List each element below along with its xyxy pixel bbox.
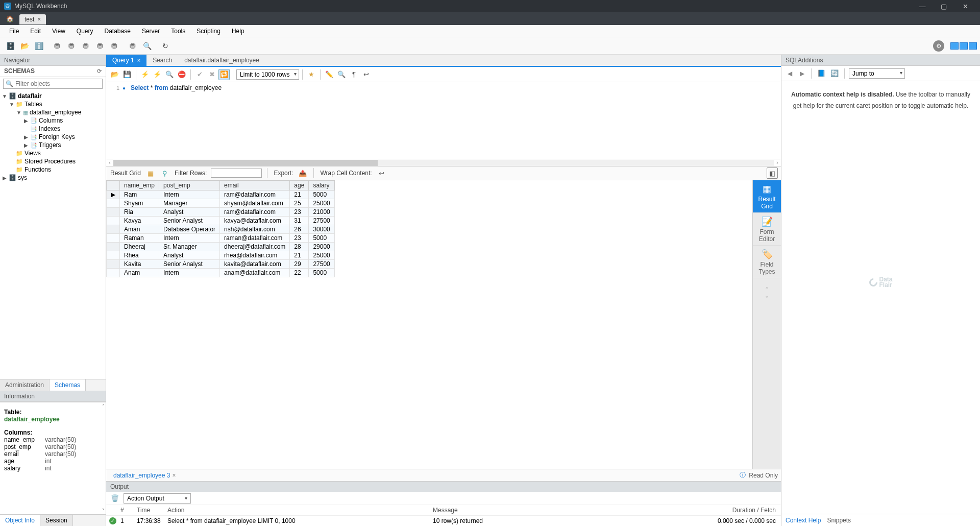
auto-help-icon[interactable]: 🔄 [829, 68, 840, 79]
users-privileges-icon[interactable]: ⛃ [80, 40, 92, 52]
autocommit-icon[interactable]: 🔁 [218, 69, 230, 80]
schema-tree[interactable]: ▼🗄️dataflair ▼📁Tables ▼▦dataflair_employ… [0, 91, 106, 379]
invisible-chars-icon[interactable]: ¶ [348, 69, 359, 80]
result-grid[interactable]: name_emppost_empemailagesalary ▶RamInter… [106, 180, 752, 469]
beautify-icon[interactable]: ✏️ [324, 69, 335, 80]
tree-indexes[interactable]: 📑Indexes [2, 125, 104, 133]
breakpoint-icon[interactable]: ● [122, 85, 128, 91]
tab-context-help[interactable]: Context Help [786, 517, 821, 524]
tree-db-dataflair[interactable]: ▼🗄️dataflair [2, 92, 104, 100]
find-icon[interactable]: 🔍 [336, 69, 347, 80]
refresh-icon[interactable]: ⟳ [97, 68, 102, 75]
help-icon[interactable]: 📘 [816, 68, 827, 79]
column-header[interactable]: post_emp [159, 181, 220, 190]
output-clear-icon[interactable]: 🗑️ [109, 493, 120, 504]
data-import-icon[interactable]: ⛃ [127, 40, 139, 52]
search-objects-icon[interactable]: 🔍 [141, 40, 153, 52]
table-row[interactable]: KavyaSenior Analystkavya@dataflair.com31… [107, 217, 335, 225]
execute-current-icon[interactable]: ⚡ [152, 69, 163, 80]
favorite-icon[interactable]: ★ [306, 69, 317, 80]
save-file-icon[interactable]: 💾 [121, 69, 133, 80]
editor-scrollbar[interactable]: ‹ › [106, 159, 781, 166]
table-row[interactable]: ShyamManagershyam@dataflair.com2525000 [107, 199, 335, 208]
tab-administration[interactable]: Administration [0, 379, 50, 391]
tree-table-employee[interactable]: ▼▦dataflair_employee [2, 108, 104, 116]
panel-mode-icon[interactable]: ◧ [767, 168, 778, 179]
scroll-right-icon[interactable]: › [774, 159, 781, 166]
sql-editor[interactable]: 1 ● Select * from dataflair_employee [106, 82, 781, 159]
scroll-up-icon[interactable]: ˄ [102, 403, 105, 409]
column-header[interactable]: age [290, 181, 309, 190]
column-header[interactable]: email [220, 181, 290, 190]
schema-filter-input[interactable] [15, 80, 100, 87]
table-row[interactable]: AnamInternanam@dataflair.com225000 [107, 269, 335, 277]
tab-snippets[interactable]: Snippets [827, 517, 851, 524]
scroll-left-icon[interactable]: ‹ [106, 159, 113, 166]
sidetab-field-types[interactable]: 🏷️Field Types [753, 246, 781, 278]
tree-stored-procedures[interactable]: 📁Stored Procedures [2, 157, 104, 165]
schema-filter[interactable]: 🔍 [3, 79, 103, 89]
maximize-button[interactable]: ▢ [933, 0, 954, 12]
forward-icon[interactable]: ▶ [797, 68, 807, 79]
open-file-icon[interactable]: 📂 [109, 69, 120, 80]
table-row[interactable]: KavitaSenior Analystkavita@dataflair.com… [107, 260, 335, 269]
connection-tab-test[interactable]: test × [19, 14, 46, 25]
tree-views[interactable]: 📁Views [2, 149, 104, 157]
toggle-bottom-panel-icon[interactable] [960, 42, 968, 50]
wrap-icon[interactable]: ↩ [360, 69, 372, 80]
stop-icon[interactable]: ⛔ [176, 69, 187, 80]
execute-icon[interactable]: ⚡ [139, 69, 151, 80]
sidetab-up-icon[interactable]: ˄ [765, 286, 769, 294]
sidetab-down-icon[interactable]: ˅ [765, 295, 769, 303]
menu-tools[interactable]: Tools [166, 26, 190, 36]
column-header[interactable]: name_emp [120, 181, 159, 190]
rollback-icon[interactable]: ✖ [206, 69, 217, 80]
result-filter-icon[interactable]: ⚲ [159, 168, 170, 179]
menu-scripting[interactable]: Scripting [191, 26, 226, 36]
result-grid-icon[interactable]: ▦ [145, 168, 156, 179]
tab-object-info[interactable]: Object Info [0, 515, 40, 526]
back-icon[interactable]: ◀ [785, 68, 795, 79]
tree-triggers[interactable]: ▶📑Triggers [2, 141, 104, 149]
reconnect-icon[interactable]: ↻ [159, 40, 172, 52]
scroll-down-icon[interactable]: ˅ [102, 508, 105, 513]
toggle-right-panel-icon[interactable] [969, 42, 977, 50]
tab-search[interactable]: Search [146, 55, 178, 66]
export-icon[interactable]: 📤 [297, 168, 308, 179]
menu-view[interactable]: View [47, 26, 70, 36]
menu-database[interactable]: Database [100, 26, 136, 36]
tab-breadcrumb[interactable]: dataflair.dataflair_employee [178, 55, 265, 66]
server-status-icon[interactable]: ⛃ [51, 40, 63, 52]
menu-file[interactable]: File [4, 26, 24, 36]
tree-tables[interactable]: ▼📁Tables [2, 100, 104, 108]
row-limit-dropdown[interactable]: Limit to 1000 rows [236, 69, 299, 80]
table-row[interactable]: AmanDatabase Operatorrish@dataflair.com2… [107, 225, 335, 234]
tree-columns[interactable]: ▶📑Columns [2, 116, 104, 125]
sidetab-result-grid[interactable]: ▦Result Grid [753, 180, 781, 213]
wrap-content-icon[interactable]: ↩ [376, 168, 387, 179]
output-mode-dropdown[interactable]: Action Output [124, 493, 191, 504]
close-icon[interactable]: × [137, 57, 140, 63]
inspector-icon[interactable]: ℹ️ [33, 40, 45, 52]
table-row[interactable]: RamanInternraman@dataflair.com235000 [107, 234, 335, 243]
jump-to-dropdown[interactable]: Jump to [849, 68, 905, 79]
menu-edit[interactable]: Edit [25, 26, 46, 36]
close-button[interactable]: ✕ [954, 0, 976, 12]
close-icon[interactable]: × [172, 472, 176, 479]
commit-icon[interactable]: ✔ [194, 69, 205, 80]
tree-foreign-keys[interactable]: ▶📑Foreign Keys [2, 133, 104, 141]
open-sql-icon[interactable]: 📂 [18, 40, 31, 52]
explain-icon[interactable]: 🔍 [164, 69, 175, 80]
tree-db-sys[interactable]: ▶🗄️sys [2, 174, 104, 182]
table-row[interactable]: RiaAnalystram@dataflair.com2321000 [107, 208, 335, 217]
table-row[interactable]: RheaAnalystrhea@dataflair.com2125000 [107, 251, 335, 260]
new-sql-tab-icon[interactable]: 🗄️ [4, 40, 16, 52]
client-connections-icon[interactable]: ⛃ [65, 40, 78, 52]
gear-icon[interactable]: ⚙ [933, 40, 944, 52]
menu-server[interactable]: Server [137, 26, 165, 36]
minimize-button[interactable]: — [912, 0, 933, 12]
data-export-icon[interactable]: ⛃ [108, 40, 120, 52]
menu-help[interactable]: Help [227, 26, 250, 36]
close-icon[interactable]: × [37, 16, 41, 23]
output-row[interactable]: ✓ 1 17:36:38 Select * from dataflair_emp… [106, 516, 781, 526]
